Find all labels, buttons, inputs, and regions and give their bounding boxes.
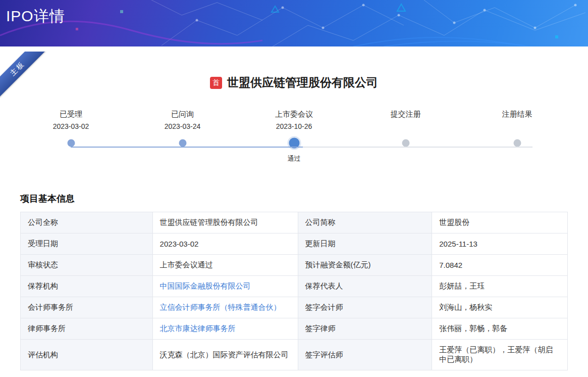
row-label: 公司全称 (21, 212, 153, 233)
row-value: 彭妍喆，王珏 (432, 276, 568, 297)
row-value: 上市委会议通过 (152, 255, 298, 276)
accounting-firm-link[interactable]: 立信会计师事务所（特殊普通合伙） (160, 303, 281, 311)
row-label: 会计师事务所 (21, 297, 153, 318)
timeline-step-result: 注册结果 (461, 110, 573, 163)
row-value: 沃克森（北京）国际资产评估有限公司 (152, 340, 298, 370)
row-label: 公司简称 (298, 212, 432, 233)
row-label: 受理日期 (21, 233, 153, 255)
step-result (350, 154, 461, 162)
banner-network-decoration (0, 0, 588, 46)
step-result (461, 154, 573, 162)
project-info-table: 公司全称 世盟供应链管理股份有限公司 公司简称 世盟股份 受理日期 2023-0… (20, 212, 568, 370)
board-ribbon: 主板 (0, 52, 46, 98)
row-value: 世盟供应链管理股份有限公司 (152, 212, 298, 233)
timeline-step-accepted: 已受理 2023-03-02 (15, 110, 127, 163)
step-result (127, 154, 238, 162)
step-label: 提交注册 (350, 110, 461, 119)
timeline-step-inquired: 已问询 2023-03-24 (127, 110, 238, 163)
table-row: 审核状态 上市委会议通过 预计融资金额(亿元) 7.0842 (21, 255, 568, 276)
law-firm-link[interactable]: 北京市康达律师事务所 (160, 324, 236, 333)
row-value: 世盟股份 (432, 212, 568, 233)
step-date (350, 122, 461, 131)
row-label: 预计融资金额(亿元) (298, 255, 432, 276)
table-row: 会计师事务所 立信会计师事务所（特殊普通合伙） 签字会计师 刘海山，杨秋实 (21, 297, 568, 318)
row-label: 审核状态 (21, 255, 153, 276)
row-label: 签字会计师 (298, 297, 432, 318)
step-date: 2023-03-02 (15, 122, 127, 131)
row-value: 张伟丽，郭畅，郭备 (432, 318, 568, 340)
timeline-line-pending (303, 147, 532, 148)
timeline-line-done (71, 147, 303, 148)
company-name: 世盟供应链管理股份有限公司 (227, 75, 378, 90)
table-row: 保荐机构 中国国际金融股份有限公司 保荐代表人 彭妍喆，王珏 (21, 276, 568, 297)
row-label: 签字律师 (298, 318, 432, 340)
row-value: 刘海山，杨秋实 (432, 297, 568, 318)
step-label: 已问询 (127, 110, 238, 119)
step-result (15, 154, 127, 162)
row-value: 7.0842 (432, 255, 568, 276)
row-value: 2023-03-02 (152, 233, 298, 255)
step-label: 已受理 (15, 110, 127, 119)
ipo-timeline: 已受理 2023-03-02 已问询 2023-03-24 上市委会议 2023… (0, 110, 588, 175)
table-row: 公司全称 世盟供应链管理股份有限公司 公司简称 世盟股份 (21, 212, 568, 233)
row-label: 更新日期 (298, 233, 432, 255)
company-header: 首 世盟供应链管理股份有限公司 (0, 49, 588, 90)
page-title: IPO详情 (6, 6, 65, 27)
row-label: 保荐代表人 (298, 276, 432, 297)
timeline-step-committee: 上市委会议 2023-10-26 通过 (238, 110, 350, 163)
page-banner: IPO详情 (0, 0, 588, 46)
step-dot-pending (513, 139, 521, 147)
row-value: 2025-11-13 (432, 233, 568, 255)
step-date: 2023-10-26 (238, 122, 350, 131)
row-label: 签字评估师 (298, 340, 432, 370)
sponsor-link[interactable]: 中国国际金融股份有限公司 (160, 281, 251, 290)
row-value: 王爱萍（已离职），王爱萍（胡启中已离职） (432, 340, 568, 370)
step-date: 2023-03-24 (127, 122, 238, 131)
step-date (461, 122, 573, 131)
step-dot-pending (402, 139, 409, 147)
row-label: 评估机构 (21, 340, 153, 370)
step-label: 注册结果 (461, 110, 573, 119)
first-badge-icon: 首 (210, 77, 222, 89)
table-row: 评估机构 沃克森（北京）国际资产评估有限公司 签字评估师 王爱萍（已离职），王爱… (21, 340, 568, 370)
step-label: 上市委会议 (238, 110, 350, 119)
section-title: 项目基本信息 (20, 193, 588, 205)
table-row: 受理日期 2023-03-02 更新日期 2025-11-13 (21, 233, 568, 255)
board-ribbon-label: 主板 (0, 52, 46, 98)
row-label: 保荐机构 (21, 276, 153, 297)
step-dot-done (179, 139, 186, 147)
table-row: 律师事务所 北京市康达律师事务所 签字律师 张伟丽，郭畅，郭备 (21, 318, 568, 340)
step-dot-done (67, 139, 75, 147)
step-result: 通过 (238, 154, 350, 163)
timeline-step-registration: 提交注册 (350, 110, 461, 163)
row-label: 律师事务所 (21, 318, 153, 340)
content-card: 主板 首 世盟供应链管理股份有限公司 已受理 2023-03-02 已问询 20… (0, 46, 588, 370)
